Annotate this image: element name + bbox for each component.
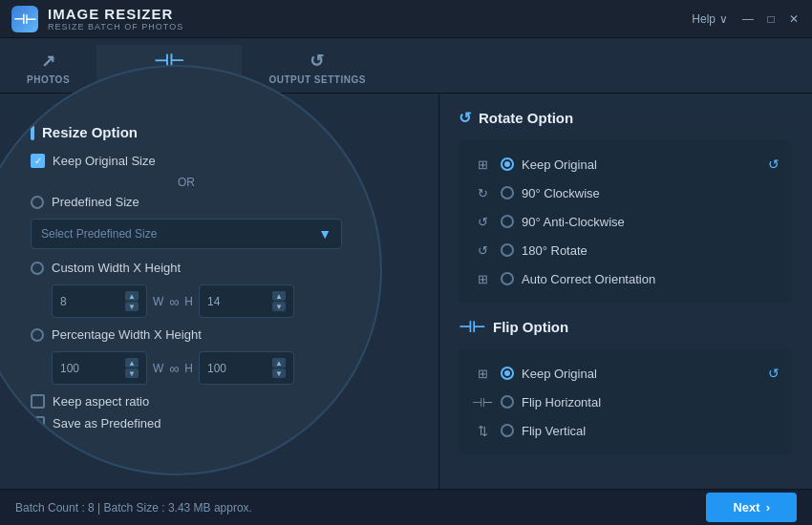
app-icon: ⊣⊢ bbox=[11, 6, 38, 32]
custom-size-row: Custom Width X Height bbox=[31, 261, 342, 275]
flip-keep-label: Keep Original bbox=[522, 367, 597, 381]
pct-height-down[interactable]: ▼ bbox=[272, 368, 286, 378]
rotate-reset-button[interactable]: ↺ bbox=[768, 157, 780, 172]
window-controls: — □ ✕ bbox=[741, 12, 801, 26]
flip-option-keep: ⊞ Keep Original ↺ bbox=[472, 359, 780, 388]
pct-width-down[interactable]: ▼ bbox=[125, 368, 139, 378]
flip-option-horizontal: ⊣⊢ Flip Horizontal bbox=[472, 388, 780, 416]
pct-height-input[interactable]: 100 ▲ ▼ bbox=[199, 351, 294, 385]
rotate-auto-radio[interactable] bbox=[501, 272, 514, 285]
pct-width-spinner[interactable]: ▲ ▼ bbox=[125, 358, 139, 378]
app-title: IMAGE RESIZER bbox=[48, 6, 183, 22]
rotate-option-auto: ⊞ Auto Correct Orientation bbox=[472, 264, 780, 293]
rotate-keep-radio[interactable] bbox=[501, 158, 514, 171]
custom-height-down[interactable]: ▼ bbox=[272, 302, 286, 311]
save-predefined-checkbox[interactable] bbox=[31, 416, 45, 430]
help-button[interactable]: Help ∨ bbox=[692, 12, 728, 26]
app-title-block: IMAGE RESIZER RESIZE BATCH OF PHOTOS bbox=[48, 6, 183, 32]
flip-section-icon: ⊣⊢ bbox=[459, 318, 485, 336]
custom-width-input[interactable]: 8 ▲ ▼ bbox=[52, 284, 147, 318]
flip-v-icon: ⇅ bbox=[472, 420, 493, 441]
next-button[interactable]: Next › bbox=[706, 493, 797, 522]
keep-aspect-ratio-row: Keep aspect ratio bbox=[31, 394, 342, 409]
keep-original-size-label: Keep Original Size bbox=[53, 154, 156, 168]
rotate-180-icon: ↺ bbox=[472, 240, 493, 261]
percentage-size-label: Percentage Width X Height bbox=[52, 327, 202, 342]
keep-aspect-ratio-label: Keep aspect ratio bbox=[53, 394, 149, 409]
flip-h-icon: ⊣⊢ bbox=[472, 391, 493, 412]
link-icon: ∞ bbox=[169, 294, 179, 309]
batch-count: Batch Count : 8 bbox=[15, 501, 95, 514]
footer: Batch Count : 8 | Batch Size : 3.43 MB a… bbox=[0, 489, 812, 525]
pct-link-icon: ∞ bbox=[169, 361, 179, 376]
flip-h-label: Flip Horizontal bbox=[522, 395, 601, 410]
keep-original-size-row: ✓ Keep Original Size bbox=[31, 154, 342, 168]
flip-option-vertical: ⇅ Flip Vertical bbox=[472, 416, 780, 445]
rotate-auto-label: Auto Correct Orientation bbox=[522, 272, 655, 286]
close-button[interactable]: ✕ bbox=[787, 12, 801, 26]
custom-width-up[interactable]: ▲ bbox=[125, 291, 139, 301]
title-bar-right: Help ∨ — □ ✕ bbox=[692, 12, 801, 26]
h-label: H bbox=[184, 295, 193, 308]
rotate-keep-label: Keep Original bbox=[522, 158, 597, 172]
rotate-section-icon: ↺ bbox=[459, 109, 471, 127]
rotate-option-keep: ⊞ Keep Original ↺ bbox=[472, 150, 780, 178]
footer-info: Batch Count : 8 | Batch Size : 3.43 MB a… bbox=[15, 501, 252, 514]
flip-h-radio[interactable] bbox=[501, 395, 514, 409]
flip-v-label: Flip Vertical bbox=[522, 424, 586, 438]
percentage-size-radio[interactable] bbox=[31, 328, 44, 342]
rotate-auto-icon: ⊞ bbox=[472, 268, 493, 289]
rotate-section-title: ↺ Rotate Option bbox=[459, 109, 793, 127]
rotate-90cw-label: 90° Clockwise bbox=[522, 186, 600, 200]
predefined-size-select[interactable]: Select Predefined Size ▼ bbox=[31, 219, 342, 249]
pct-width-input[interactable]: 100 ▲ ▼ bbox=[52, 351, 147, 385]
flip-v-radio[interactable] bbox=[501, 424, 514, 437]
custom-height-spinner[interactable]: ▲ ▼ bbox=[272, 291, 286, 311]
select-arrow-icon: ▼ bbox=[318, 226, 331, 242]
pct-width-up[interactable]: ▲ bbox=[125, 358, 139, 368]
main-content: Resize Option ✓ Keep Original Size OR Pr… bbox=[0, 94, 812, 489]
keep-aspect-ratio-checkbox[interactable] bbox=[31, 394, 45, 409]
rotate-option-180: ↺ 180° Rotate bbox=[472, 236, 780, 264]
minimize-button[interactable]: — bbox=[741, 12, 755, 26]
predefined-size-radio[interactable] bbox=[31, 196, 44, 209]
rotate-option-90cw: ↻ 90° Clockwise bbox=[472, 178, 780, 207]
flip-options-block: ⊞ Keep Original ↺ ⊣⊢ Flip Horizontal ⇅ F… bbox=[459, 349, 793, 454]
section-marker bbox=[31, 125, 34, 140]
custom-height-input[interactable]: 14 ▲ ▼ bbox=[199, 284, 294, 318]
rotate-90acw-icon: ↺ bbox=[472, 211, 493, 232]
batch-size: Batch Size : 3.43 MB approx. bbox=[104, 501, 252, 514]
output-tab-icon: ↺ bbox=[310, 51, 325, 72]
pct-h-label: H bbox=[184, 362, 193, 375]
pct-height-up[interactable]: ▲ bbox=[272, 358, 286, 368]
tab-photos[interactable]: ↗ PHOTOS bbox=[0, 45, 96, 93]
flip-keep-radio[interactable] bbox=[501, 367, 514, 380]
percentage-size-row: Percentage Width X Height bbox=[31, 327, 342, 342]
save-predefined-row: Save as Predefined bbox=[31, 416, 342, 430]
pct-height-spinner[interactable]: ▲ ▼ bbox=[272, 358, 286, 378]
custom-size-radio[interactable] bbox=[31, 262, 44, 275]
predefined-size-label: Predefined Size bbox=[52, 195, 139, 209]
rotate-options-block: ⊞ Keep Original ↺ ↻ 90° Clockwise ↺ 90° … bbox=[459, 140, 793, 303]
percentage-input-row: 100 ▲ ▼ W ∞ H 100 ▲ ▼ bbox=[52, 351, 342, 385]
resize-option-panel: Resize Option ✓ Keep Original Size OR Pr… bbox=[0, 65, 382, 475]
custom-height-up[interactable]: ▲ bbox=[272, 291, 286, 301]
rotate-90acw-label: 90° Anti-Clockwise bbox=[522, 215, 625, 229]
photos-tab-label: PHOTOS bbox=[27, 74, 70, 85]
rotate-90cw-icon: ↻ bbox=[472, 182, 493, 203]
rotate-90cw-radio[interactable] bbox=[501, 186, 514, 200]
rotate-90acw-radio[interactable] bbox=[501, 215, 514, 228]
next-arrow-icon: › bbox=[766, 500, 770, 514]
custom-width-down[interactable]: ▼ bbox=[125, 302, 139, 311]
rotate-180-radio[interactable] bbox=[501, 243, 514, 257]
custom-width-spinner[interactable]: ▲ ▼ bbox=[125, 291, 139, 311]
keep-original-size-checkbox[interactable]: ✓ bbox=[31, 154, 45, 168]
w-label: W bbox=[153, 295, 163, 308]
left-panel: Resize Option ✓ Keep Original Size OR Pr… bbox=[0, 94, 439, 489]
app-subtitle: RESIZE BATCH OF PHOTOS bbox=[48, 22, 183, 32]
photos-tab-icon: ↗ bbox=[41, 51, 56, 72]
flip-keep-icon: ⊞ bbox=[472, 363, 493, 384]
flip-reset-button[interactable]: ↺ bbox=[768, 366, 780, 381]
rotate-180-label: 180° Rotate bbox=[522, 243, 588, 258]
maximize-button[interactable]: □ bbox=[764, 12, 778, 26]
